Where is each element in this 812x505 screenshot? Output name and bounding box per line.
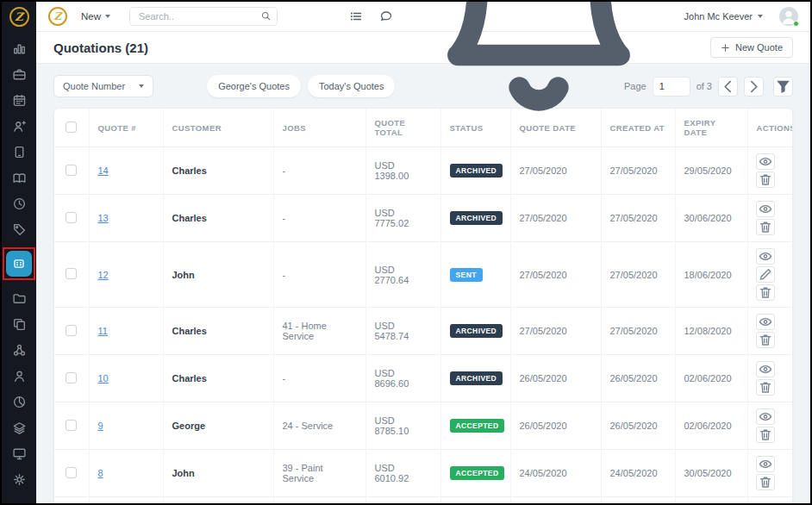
quote-number-link[interactable]: 11 — [98, 326, 108, 336]
quote-number-link[interactable]: 13 — [98, 213, 109, 223]
edit-button[interactable] — [756, 266, 775, 283]
sidebar-item-tag[interactable] — [10, 221, 28, 237]
view-button[interactable] — [756, 153, 775, 170]
sidebar-item-folder[interactable] — [10, 290, 28, 306]
page-title: Quotations (21) — [53, 41, 148, 55]
main-column: Z New 4 John Mc Keever — [36, 2, 810, 503]
actions-cell — [747, 195, 793, 242]
actions-cell — [747, 355, 793, 402]
column-header: EXPIRY DATE — [675, 109, 747, 147]
view-button[interactable] — [756, 314, 775, 330]
delete-button[interactable] — [756, 427, 775, 443]
row-checkbox[interactable] — [66, 212, 77, 223]
view-button[interactable] — [756, 408, 775, 425]
filter-chip[interactable]: George's Quotes — [207, 75, 301, 97]
jobs-cell: 39 - Paint Service — [273, 450, 365, 497]
view-button[interactable] — [756, 248, 775, 265]
quote-total-cell: USD 3134.04 — [365, 497, 440, 504]
customer-cell: Charles — [163, 355, 273, 402]
previous-page-button[interactable] — [718, 77, 738, 97]
quote-number-link[interactable]: 8 — [98, 468, 103, 478]
new-dropdown[interactable]: New — [81, 11, 110, 22]
expiry-date-cell: 30/06/2020 — [675, 195, 747, 242]
quotations-table: QUOTE #CUSTOMERJOBSQUOTE TOTALSTATUSQUOT… — [54, 109, 793, 503]
delete-button[interactable] — [756, 474, 775, 490]
sidebar-item-map-book[interactable] — [10, 170, 28, 185]
sidebar-item-copy[interactable] — [10, 316, 28, 332]
row-checkbox[interactable] — [66, 325, 77, 336]
topbar-brand-z-icon[interactable]: Z — [48, 7, 67, 26]
row-checkbox[interactable] — [66, 165, 77, 176]
new-quote-button[interactable]: New Quote — [710, 37, 793, 58]
chevron-down-icon — [139, 84, 144, 88]
new-quote-button-label: New Quote — [735, 42, 783, 53]
jobs-cell: - — [273, 195, 365, 242]
quote-total-cell: USD 5478.74 — [365, 308, 440, 355]
sidebar-item-share-nodes[interactable] — [10, 342, 28, 358]
user-menu[interactable]: John Mc Keever — [684, 11, 763, 22]
sidebar-item-quotations[interactable] — [6, 251, 32, 277]
filter-button[interactable] — [773, 77, 793, 97]
created-at-cell: 27/05/2020 — [601, 195, 675, 242]
quote-number-link[interactable]: 12 — [98, 270, 109, 280]
expiry-date-cell: 02/06/2020 — [675, 402, 747, 450]
search-icon[interactable] — [260, 10, 272, 22]
row-select-cell — [54, 147, 89, 195]
view-button[interactable] — [756, 361, 775, 377]
pie-chart-icon — [12, 395, 27, 409]
sidebar-item-briefcase[interactable] — [10, 66, 28, 82]
quote-number-link[interactable]: 9 — [98, 421, 103, 431]
chat-icon[interactable] — [379, 9, 393, 23]
sidebar-item-calendar[interactable] — [10, 92, 28, 108]
quote-number-link[interactable]: 14 — [98, 165, 109, 176]
sidebar-item-gear[interactable] — [10, 471, 28, 487]
list-menu-icon[interactable] — [349, 9, 363, 23]
notifications[interactable]: 4 — [409, 2, 668, 146]
search-input[interactable] — [129, 7, 278, 26]
quote-number-dropdown-label: Quote Number — [63, 81, 125, 91]
avatar[interactable] — [779, 7, 798, 26]
sidebar-item-bar-chart[interactable] — [10, 41, 28, 56]
sidebar-item-tablet[interactable] — [10, 144, 28, 159]
tag-icon — [12, 222, 27, 237]
folder-icon — [12, 291, 27, 306]
delete-button[interactable] — [756, 219, 775, 235]
quote-number-cell: 7 — [89, 497, 163, 504]
delete-button[interactable] — [756, 284, 775, 301]
table-row: 8 John 39 - Paint Service USD 6010.92 AC… — [54, 450, 793, 497]
sidebar-item-layers[interactable] — [10, 420, 28, 435]
quote-number-cell: 11 — [89, 308, 163, 355]
row-checkbox[interactable] — [66, 420, 77, 431]
view-button[interactable] — [756, 201, 775, 217]
row-select-cell — [54, 308, 89, 355]
sidebar-item-user-plus[interactable] — [10, 118, 28, 134]
view-button[interactable] — [756, 456, 775, 472]
trash-icon — [757, 333, 774, 347]
sidebar-item-pie-chart[interactable] — [10, 394, 28, 409]
annotation-highlight — [3, 247, 35, 280]
user-plus-icon — [12, 119, 27, 134]
sidebar-item-user[interactable] — [10, 368, 28, 383]
row-checkbox[interactable] — [66, 372, 77, 383]
sidebar-item-monitor[interactable] — [10, 446, 28, 461]
filter-chip[interactable]: Today's Quotes — [308, 75, 395, 97]
quote-date-cell: 24/05/2020 — [510, 450, 601, 497]
column-header: ACTIONS — [747, 109, 793, 147]
sidebar-item-clock[interactable] — [10, 196, 28, 211]
quote-total-cell: USD 2770.64 — [365, 242, 440, 308]
row-checkbox[interactable] — [66, 467, 77, 478]
quote-date-cell: 26/05/2020 — [510, 355, 601, 402]
quote-number-dropdown[interactable]: Quote Number — [53, 75, 153, 97]
actions-cell — [747, 402, 793, 450]
quote-number-link[interactable]: 10 — [98, 373, 109, 383]
next-page-button[interactable] — [744, 77, 764, 97]
delete-button[interactable] — [756, 171, 775, 188]
brand-logo[interactable]: Z — [2, 2, 36, 32]
table-row: 13 Charles - USD 7775.02 ARCHIVED 27/05/… — [54, 195, 793, 242]
pencil-icon — [757, 267, 774, 282]
delete-button[interactable] — [756, 379, 775, 396]
quote-number-cell: 8 — [89, 450, 163, 497]
select-all-checkbox[interactable] — [66, 122, 77, 133]
delete-button[interactable] — [756, 332, 775, 348]
row-checkbox[interactable] — [66, 268, 77, 279]
